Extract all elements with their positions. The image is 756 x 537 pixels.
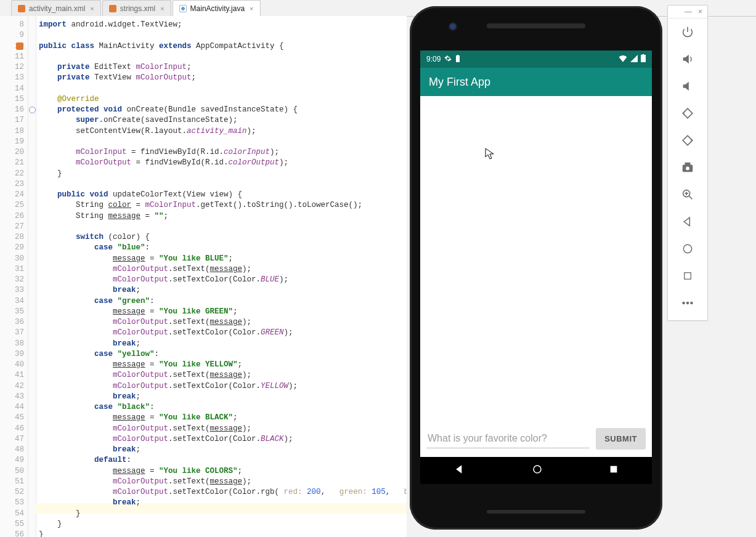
svg-rect-3 (643, 54, 644, 55)
emulator-toolbar: — × (667, 5, 708, 321)
submit-button[interactable]: SUBMIT (596, 428, 646, 450)
gutter-margin (28, 16, 36, 537)
code-line (39, 179, 407, 190)
code-line: public class MainActivity extends AppCom… (39, 41, 407, 52)
svg-rect-1 (457, 55, 458, 55)
app-content[interactable]: SUBMIT (420, 96, 652, 457)
close-icon[interactable]: × (160, 5, 164, 12)
nav-back-icon[interactable] (453, 463, 466, 478)
code-line: mColorOutput.setTextColor(Color.YELLOW); (39, 381, 407, 392)
code-line: } (39, 169, 407, 179)
code-line: private EditText mColorInput; (39, 62, 407, 73)
code-line: message = "You like COLORS"; (39, 466, 407, 477)
nav-home-icon[interactable] (532, 464, 543, 477)
code-line: mColorOutput.setTextColor(Color.rgb( red… (39, 487, 407, 498)
code-line: message = "You like GREEN"; (39, 307, 407, 317)
volume-down-icon[interactable] (668, 73, 707, 100)
status-time: 9:09 (426, 55, 441, 63)
zoom-icon[interactable] (668, 181, 707, 208)
code-editor[interactable]: 8 9 10 11 12 13 14 15 16 17 18 19 20 21 … (0, 16, 407, 537)
code-line: import android.widget.TextView; (39, 20, 407, 30)
code-line: mColorInput = findViewById(R.id.colorInp… (39, 147, 407, 158)
close-icon[interactable]: × (250, 5, 253, 12)
svg-rect-0 (456, 55, 460, 62)
code-line: case "blue": (39, 243, 407, 253)
overview-icon[interactable] (668, 262, 707, 289)
code-line: break; (39, 498, 407, 508)
code-line: protected void onCreate(Bundle savedInst… (39, 105, 407, 115)
java-file-icon (179, 5, 187, 12)
tab-label: MainActivity.java (190, 4, 245, 13)
tab-label: activity_main.xml (29, 4, 85, 13)
tab-strings-xml[interactable]: strings.xml× (102, 0, 171, 16)
nav-overview-icon[interactable] (609, 464, 619, 477)
code-line (39, 84, 407, 94)
minimize-button[interactable]: — (685, 7, 692, 16)
device-camera (450, 23, 456, 30)
power-icon[interactable] (668, 18, 707, 46)
android-app-bar: My First App (420, 68, 652, 96)
gesture-bar (487, 510, 585, 514)
code-line: break; (39, 445, 407, 455)
svg-point-4 (534, 466, 541, 473)
code-line: mColorOutput.setText(message); (39, 264, 407, 275)
tab-mainactivity-java[interactable]: MainActivity.java× (173, 0, 261, 16)
code-line: case "yellow": (39, 349, 407, 360)
code-line: mColorOutput.setTextColor(Color.BLUE); (39, 275, 407, 285)
code-line: } (39, 519, 407, 530)
close-button[interactable]: × (698, 7, 702, 16)
tab-activity_main-xml[interactable]: activity_main.xml× (11, 0, 101, 16)
code-area[interactable]: import android.widget.TextView; public c… (36, 16, 407, 537)
svg-point-16 (691, 302, 693, 304)
breakpoint-icon[interactable] (16, 42, 23, 50)
device-screen[interactable]: 9:09 My First App (420, 50, 652, 457)
xml-file-icon (18, 5, 25, 12)
code-line: break; (39, 339, 407, 349)
rotate-left-icon[interactable] (668, 100, 707, 127)
code-line (39, 52, 407, 62)
line-number-gutter: 8 9 10 11 12 13 14 15 16 17 18 19 20 21 … (0, 16, 28, 537)
code-line: message = "You like BLUE"; (39, 254, 407, 264)
app-title: My First App (429, 76, 490, 89)
android-nav-bar (420, 457, 652, 484)
close-icon[interactable]: × (90, 5, 94, 12)
code-line: } (39, 530, 407, 537)
code-line (39, 30, 407, 41)
code-line: mColorOutput.setText(message); (39, 370, 407, 381)
emulator-toolbar-header: — × (668, 6, 707, 18)
xml-file-icon (109, 5, 116, 12)
color-input[interactable] (426, 429, 590, 448)
code-line: } (39, 509, 407, 519)
code-line: mColorOutput.setTextColor(Color.BLACK); (39, 434, 407, 445)
code-line: message = "You like BLACK"; (39, 413, 407, 423)
code-line: super.onCreate(savedInstanceState); (39, 115, 407, 126)
tab-label: strings.xml (120, 4, 155, 13)
svg-rect-13 (685, 273, 691, 280)
svg-point-12 (683, 244, 691, 252)
more-icon[interactable] (668, 289, 707, 317)
code-line: mColorOutput.setText(message); (39, 317, 407, 328)
code-line: case "black": (39, 402, 407, 413)
code-line: @Override (39, 94, 407, 105)
camera-icon[interactable] (668, 154, 707, 181)
signal-icon (630, 55, 638, 64)
code-line: private TextView mColorOutput; (39, 73, 407, 83)
back-icon[interactable] (668, 208, 707, 235)
override-marker-icon[interactable] (29, 107, 36, 113)
svg-point-14 (683, 302, 685, 304)
code-line: mColorOutput.setText(message); (39, 424, 407, 434)
android-status-bar: 9:09 (420, 50, 652, 68)
code-line (39, 137, 407, 147)
svg-rect-6 (683, 108, 693, 118)
code-line: String message = ""; (39, 211, 407, 222)
code-line (39, 222, 407, 232)
code-line: setContentView(R.layout.activity_main); (39, 126, 407, 137)
rotate-right-icon[interactable] (668, 127, 707, 154)
code-line: mColorOutput.setTextColor(Color.GREEN); (39, 328, 407, 338)
svg-rect-7 (683, 135, 693, 145)
home-icon[interactable] (668, 235, 707, 262)
battery-icon (641, 54, 646, 64)
volume-up-icon[interactable] (668, 46, 707, 73)
android-emulator-device: 9:09 My First App (410, 6, 662, 530)
code-line: message = "You like YELLOW"; (39, 360, 407, 370)
